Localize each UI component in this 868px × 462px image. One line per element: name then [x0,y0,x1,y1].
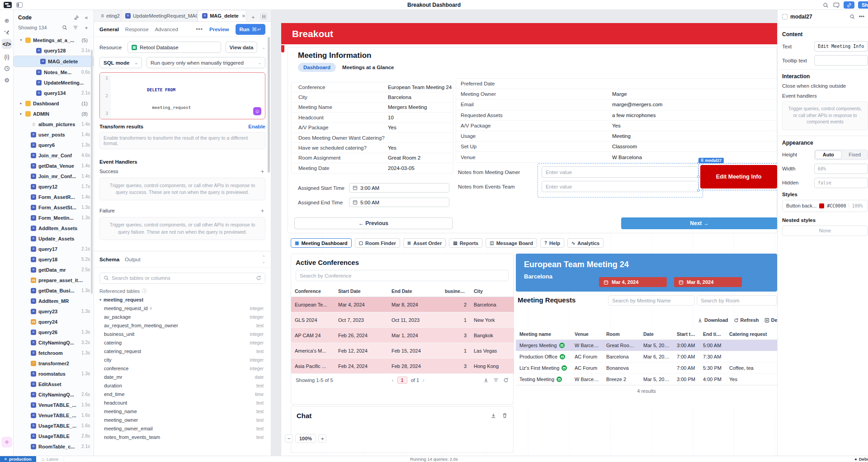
add-component-icon[interactable]: ⊕ [2,15,12,25]
col-room[interactable]: Room [603,329,640,340]
refresh-table-icon[interactable] [503,377,509,383]
conference-row[interactable]: GLS 2024Oct 7, 2023Oct 11, 2023 1New Yor… [291,312,514,328]
debug-button[interactable]: ●Debug [854,457,868,462]
schema-field-row[interactable]: date_mr ⚲ date [99,373,265,382]
sql-mode-select[interactable]: SQL mode⌄ [99,57,142,68]
query-tree-item[interactable]: getData_mr 2.5s [14,264,94,275]
filter-icon[interactable] [72,24,79,31]
query-tree-item[interactable]: Notes_Me... 0.6s [14,67,94,77]
app-header-banner[interactable]: Breakout [281,23,777,44]
code-panel-scrollbar[interactable] [91,50,93,294]
zoom-out-button[interactable]: − [285,434,293,443]
ai-assistant-icon[interactable]: ✧ [1,437,12,448]
col-end-date[interactable]: End Date [388,286,441,297]
tab-schema[interactable]: Schema [99,257,119,262]
meeting-request-row[interactable]: Testing Meeting W BarcelonaBreeze 2Mar 5… [516,374,777,385]
schema-field-row[interactable]: meeting_request_id ⚲ integer [99,304,265,313]
col-business-reg[interactable]: business_reg... [441,286,470,297]
query-tree-item[interactable]: CityNamingQ... 2.6s [14,389,94,400]
sql-code-editor[interactable]: 1 DELETE FROM 2 meeting_request [99,72,265,119]
zoom-level[interactable]: 100% [295,434,316,443]
next-page-icon[interactable]: › [423,377,425,383]
edit-meeting-info-button[interactable]: Edit Meeting Info [700,165,777,189]
app-strip-tab[interactable]: ◫ Message Board [486,238,537,248]
app-strip-tab[interactable]: ? Help [540,238,564,248]
app-strip-tab[interactable]: ▢ Room Finder [355,238,400,248]
query-tree-item[interactable]: Join_mr_Conf... 1.4s [14,171,94,181]
search-queries-icon[interactable] [61,24,68,31]
query-tree-item[interactable]: query128 3.1s [14,45,94,56]
schema-field-row[interactable]: notes_from_events_team ⚲ text [99,433,265,442]
more-options-icon[interactable]: ••• [196,26,203,33]
select-tool-icon[interactable] [2,27,12,37]
query-tree-item[interactable]: VenueTABLE_... 1.6s [14,410,94,420]
download-button[interactable]: Download [698,317,728,323]
meeting-request-row[interactable]: Production Office AC ForumBarcelonaMar 6… [516,351,777,363]
schema-field-row[interactable]: business_unit ⚲ integer [99,330,265,339]
collapse-panel-icon[interactable]: « [83,14,90,21]
conference-row[interactable]: Asia Pacific ...Feb 24, 2024Feb 28, 2024… [291,358,514,374]
query-tree-item[interactable]: user_posts 1.4s [14,129,94,140]
run-button[interactable]: Run⌘↵ [236,24,266,35]
meeting-request-row[interactable]: Mergers Meeting W BarcelonaGreat Room 2M… [516,340,777,351]
height-fixed-option[interactable]: Fixed [842,150,868,160]
query-tree-item[interactable]: roomstatus 1.3s [14,368,94,379]
schema-field-row[interactable]: duration ⚲ text [99,382,265,390]
query-list-icon[interactable]: ≡ [101,13,104,19]
query-tree-item[interactable]: transformer2 [14,358,94,368]
query-tree-item[interactable]: query6 1.3s [14,140,94,150]
collapse-schema-icon[interactable]: ⌃⌄ [262,255,265,264]
drag-handle-icon[interactable]: ⠿ [701,158,704,163]
tab-output[interactable]: Output [125,257,141,262]
app-strip-tab[interactable]: ∿ Analytics [567,238,604,248]
query-tab[interactable]: ≡eting2 [97,10,121,21]
tab-general[interactable]: General [99,27,119,32]
query-tree-item[interactable]: Form_AssetR... 1.4s [14,192,94,202]
query-tree-item[interactable]: getData_Busi... 1.3s [14,285,94,296]
resource-select[interactable]: ▦Retool Database [127,42,221,53]
prev-page-icon[interactable]: ‹ [392,377,394,383]
query-tree-item[interactable]: UpdateMeeting... [14,77,94,88]
app-strip-tab[interactable]: ▤ Reports [449,238,482,248]
settings-gear-icon[interactable]: ⚙ [2,75,12,85]
history-icon[interactable] [2,63,12,73]
tab-response[interactable]: Response [125,27,149,32]
inspector-menu-icon[interactable]: ••• [859,14,864,20]
query-tree-item[interactable]: CityNamingQ... 3.2s [14,337,94,348]
query-tree-item[interactable]: query23 1.3s [14,306,94,316]
query-tree-item[interactable]: query12 1.7s [14,181,94,192]
schema-field-row[interactable]: headcount ⚲ text [99,399,265,407]
col-venue[interactable]: Venue [571,329,603,340]
assigned-start-input[interactable]: 3:00 AM [349,183,449,193]
code-panel-icon[interactable]: </> [2,39,12,49]
col-city[interactable]: City [470,286,514,297]
search-meeting-name-input[interactable]: Search by Meeting Name [608,295,695,306]
trigger-mode-select[interactable]: Run query only when manually triggered⌄ [146,57,265,68]
query-tree-item[interactable]: query17 2.1s [14,244,94,254]
enable-transformer-link[interactable]: Enable [248,124,265,129]
refresh-schema-icon[interactable] [256,275,261,281]
query-tree-item[interactable]: getData_Venue 1.4s [14,160,94,171]
pin-icon[interactable] [73,14,80,21]
tooltip-input[interactable] [814,55,868,66]
assigned-end-input[interactable]: 5:00 AM [349,198,449,207]
query-tree-item[interactable]: query18 5.2s [14,254,94,264]
start-date-chip[interactable]: Mar 4, 2024 [599,277,667,287]
height-auto-option[interactable]: Auto [815,151,842,159]
col-conference[interactable]: Conference [291,286,335,297]
download-table-icon[interactable] [483,377,489,383]
query-tree-item[interactable]: Update_Assets [14,233,94,244]
previous-button[interactable]: ← Previous [294,217,453,229]
query-tree-item[interactable]: album_pictures 1.4s [14,119,94,129]
schema-field-row[interactable]: catering ⚲ integer [99,339,265,347]
query-tree-item[interactable]: RoomTable_c... 2.1s [14,441,94,452]
query-tree-item[interactable]: MAG_delete [14,56,94,67]
col-meeting-name[interactable]: Meeting name [516,329,571,340]
meeting-request-row[interactable]: Liz's First Meeting AC ForumBonanova 7:0… [516,363,777,374]
refresh-button[interactable]: Refresh [734,317,759,323]
notes-owner-input[interactable]: Enter value [542,166,698,178]
header-resize-marker[interactable] [281,45,284,52]
col-catering-request[interactable]: Catering request [726,329,777,340]
tree-expand-arrow[interactable]: ▾ [19,38,23,42]
schema-field-row[interactable]: meeting_owner ⚲ text [99,416,265,424]
